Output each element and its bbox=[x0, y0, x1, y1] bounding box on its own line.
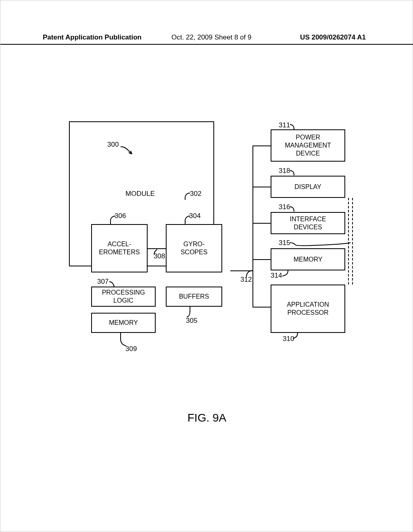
accelerometers-block: ACCEL- EROMETERS bbox=[91, 224, 148, 272]
leader-302 bbox=[182, 192, 191, 201]
system-memory-label: MEMORY bbox=[294, 256, 323, 264]
buffers-label: BUFFERS bbox=[179, 293, 209, 301]
leader-315 bbox=[290, 241, 355, 248]
figure-caption: FIG. 9A bbox=[0, 411, 413, 424]
interface-devices-block: INTERFACE DEVICES bbox=[271, 212, 345, 234]
leader-307 bbox=[109, 279, 117, 287]
leader-318 bbox=[290, 169, 298, 176]
leader-304 bbox=[182, 215, 191, 225]
module-memory-block: MEMORY bbox=[91, 313, 156, 333]
ref-system: 300 bbox=[107, 141, 119, 149]
bus-to-app bbox=[252, 307, 271, 308]
processing-logic-block: PROCESSING LOGIC bbox=[91, 287, 156, 307]
ref-buffers: 305 bbox=[186, 317, 197, 325]
processing-logic-label: PROCESSING LOGIC bbox=[102, 289, 145, 305]
display-label: DISPLAY bbox=[294, 183, 321, 191]
ref-dashed: 315 bbox=[279, 239, 290, 247]
leader-309 bbox=[117, 333, 129, 347]
power-management-block: POWER MANAGEMENT DEVICE bbox=[271, 129, 345, 162]
display-block: DISPLAY bbox=[271, 176, 345, 198]
gyroscopes-block: GYRO- SCOPES bbox=[166, 224, 222, 272]
leader-306 bbox=[107, 215, 116, 225]
module-title: MODULE bbox=[125, 190, 155, 198]
bus-to-pmd bbox=[252, 145, 271, 146]
leader-311 bbox=[290, 123, 298, 130]
leader-314 bbox=[281, 270, 290, 278]
ref-module: 302 bbox=[190, 190, 201, 198]
page-header: Patent Application Publication Oct. 22, … bbox=[0, 33, 413, 45]
ref-gyro: 304 bbox=[189, 212, 200, 220]
bus-to-iface bbox=[252, 223, 271, 224]
header-sheet-info: Oct. 22, 2009 Sheet 8 of 9 bbox=[171, 33, 251, 42]
buffers-block: BUFFERS bbox=[166, 287, 222, 307]
bus-to-memory bbox=[252, 259, 271, 260]
leader-310 bbox=[293, 333, 302, 340]
application-processor-block: APPLICATION PROCESSOR bbox=[271, 285, 345, 333]
power-management-label: POWER MANAGEMENT DEVICE bbox=[285, 133, 331, 158]
leader-312 bbox=[246, 270, 254, 278]
header-publication: Patent Application Publication bbox=[43, 33, 142, 42]
module-memory-label: MEMORY bbox=[109, 319, 138, 327]
leader-308 bbox=[152, 248, 159, 256]
application-processor-label: APPLICATION PROCESSOR bbox=[287, 301, 329, 317]
bus-to-display bbox=[252, 187, 271, 187]
interface-devices-label: INTERFACE DEVICES bbox=[290, 215, 326, 231]
leader-305 bbox=[186, 307, 195, 318]
system-bus bbox=[252, 145, 253, 307]
ref-pmd: 311 bbox=[279, 121, 290, 129]
block-diagram: 300 MODULE 302 ACCEL- EROMETERS 306 GYRO… bbox=[69, 121, 359, 363]
page-frame: Patent Application Publication Oct. 22, … bbox=[0, 0, 413, 532]
leader-316 bbox=[290, 205, 298, 212]
ref-iface: 316 bbox=[279, 203, 290, 211]
ref-proc: 307 bbox=[97, 278, 108, 286]
header-pub-number: US 2009/0262074 A1 bbox=[300, 33, 366, 42]
leader-300 bbox=[121, 143, 137, 156]
ref-display: 318 bbox=[279, 167, 290, 175]
accelerometers-label: ACCEL- EROMETERS bbox=[99, 240, 140, 256]
ref-accel: 306 bbox=[115, 212, 126, 220]
gyroscopes-label: GYRO- SCOPES bbox=[181, 240, 208, 256]
system-memory-block: MEMORY bbox=[271, 248, 345, 270]
